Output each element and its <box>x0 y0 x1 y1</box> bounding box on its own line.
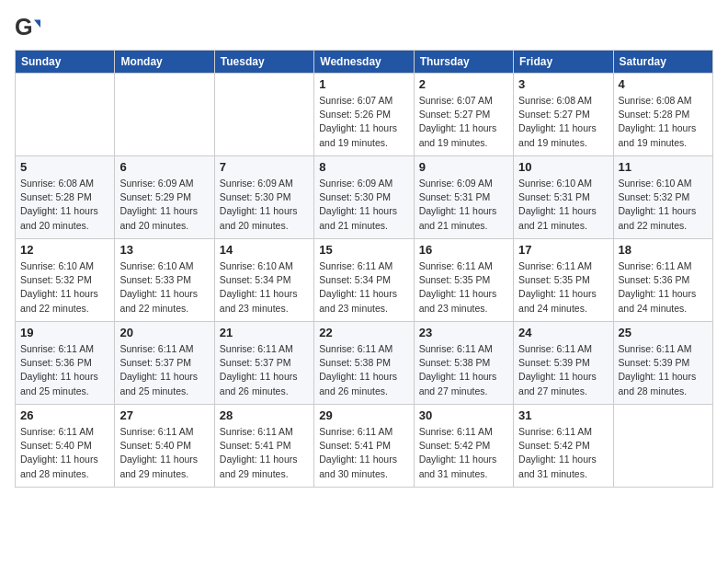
day-number: 14 <box>220 243 309 257</box>
day-number: 30 <box>419 408 508 422</box>
day-number: 24 <box>518 326 608 339</box>
day-number: 20 <box>119 326 209 339</box>
calendar-cell: 6 Sunrise: 6:09 AMSunset: 5:29 PMDayligh… <box>115 156 214 239</box>
day-info: Sunrise: 6:11 AMSunset: 5:38 PMDaylight:… <box>419 342 508 398</box>
calendar-cell: 2 Sunrise: 6:07 AMSunset: 5:27 PMDayligh… <box>414 74 513 156</box>
day-info: Sunrise: 6:11 AMSunset: 5:37 PMDaylight:… <box>220 342 309 398</box>
calendar-cell: 14 Sunrise: 6:10 AMSunset: 5:34 PMDaylig… <box>214 239 313 322</box>
day-number: 4 <box>619 77 708 91</box>
day-info: Sunrise: 6:10 AMSunset: 5:34 PMDaylight:… <box>220 259 309 316</box>
day-info: Sunrise: 6:11 AMSunset: 5:37 PMDaylight:… <box>119 342 209 398</box>
calendar-cell <box>16 74 115 156</box>
day-number: 26 <box>20 408 109 422</box>
day-number: 11 <box>619 160 708 174</box>
svg-text:G: G <box>15 15 33 40</box>
calendar-cell: 24 Sunrise: 6:11 AMSunset: 5:39 PMDaylig… <box>514 322 613 405</box>
day-number: 25 <box>619 326 708 339</box>
calendar-header-thursday: Thursday <box>414 51 513 74</box>
day-number: 15 <box>319 243 408 257</box>
day-info: Sunrise: 6:11 AMSunset: 5:42 PMDaylight:… <box>419 425 508 481</box>
day-number: 8 <box>319 160 408 174</box>
day-info: Sunrise: 6:10 AMSunset: 5:31 PMDaylight:… <box>518 177 608 233</box>
calendar-cell: 18 Sunrise: 6:11 AMSunset: 5:36 PMDaylig… <box>613 239 712 322</box>
calendar-cell <box>214 74 313 156</box>
day-info: Sunrise: 6:07 AMSunset: 5:27 PMDaylight:… <box>419 94 508 150</box>
calendar-header-sunday: Sunday <box>16 51 115 74</box>
day-number: 9 <box>419 160 508 174</box>
day-number: 12 <box>20 243 109 257</box>
day-number: 7 <box>220 160 309 174</box>
day-number: 16 <box>419 243 508 257</box>
day-info: Sunrise: 6:11 AMSunset: 5:40 PMDaylight:… <box>119 425 209 481</box>
calendar-cell: 4 Sunrise: 6:08 AMSunset: 5:28 PMDayligh… <box>613 74 712 156</box>
day-info: Sunrise: 6:11 AMSunset: 5:36 PMDaylight:… <box>619 259 708 316</box>
calendar-cell: 30 Sunrise: 6:11 AMSunset: 5:42 PMDaylig… <box>414 405 513 488</box>
day-number: 10 <box>518 160 608 174</box>
calendar-week-row: 5 Sunrise: 6:08 AMSunset: 5:28 PMDayligh… <box>16 156 713 239</box>
calendar-cell: 3 Sunrise: 6:08 AMSunset: 5:27 PMDayligh… <box>514 74 613 156</box>
day-info: Sunrise: 6:09 AMSunset: 5:30 PMDaylight:… <box>319 177 408 233</box>
calendar-header-friday: Friday <box>514 51 613 74</box>
day-number: 2 <box>419 77 508 91</box>
day-number: 19 <box>20 326 109 339</box>
calendar-cell: 26 Sunrise: 6:11 AMSunset: 5:40 PMDaylig… <box>16 405 115 488</box>
calendar-week-row: 12 Sunrise: 6:10 AMSunset: 5:32 PMDaylig… <box>16 239 713 322</box>
day-number: 13 <box>119 243 209 257</box>
calendar-cell: 28 Sunrise: 6:11 AMSunset: 5:41 PMDaylig… <box>214 405 313 488</box>
day-info: Sunrise: 6:11 AMSunset: 5:38 PMDaylight:… <box>319 342 408 398</box>
day-info: Sunrise: 6:11 AMSunset: 5:39 PMDaylight:… <box>518 342 608 398</box>
calendar-cell: 31 Sunrise: 6:11 AMSunset: 5:42 PMDaylig… <box>514 405 613 488</box>
day-number: 18 <box>619 243 708 257</box>
day-info: Sunrise: 6:10 AMSunset: 5:33 PMDaylight:… <box>119 259 209 316</box>
calendar-cell: 13 Sunrise: 6:10 AMSunset: 5:33 PMDaylig… <box>115 239 214 322</box>
calendar-cell: 10 Sunrise: 6:10 AMSunset: 5:31 PMDaylig… <box>514 156 613 239</box>
calendar-cell: 11 Sunrise: 6:10 AMSunset: 5:32 PMDaylig… <box>613 156 712 239</box>
calendar-cell: 20 Sunrise: 6:11 AMSunset: 5:37 PMDaylig… <box>115 322 214 405</box>
calendar-cell: 9 Sunrise: 6:09 AMSunset: 5:31 PMDayligh… <box>414 156 513 239</box>
calendar-cell: 23 Sunrise: 6:11 AMSunset: 5:38 PMDaylig… <box>414 322 513 405</box>
calendar-cell: 8 Sunrise: 6:09 AMSunset: 5:30 PMDayligh… <box>314 156 414 239</box>
day-info: Sunrise: 6:11 AMSunset: 5:35 PMDaylight:… <box>419 259 508 316</box>
day-info: Sunrise: 6:08 AMSunset: 5:28 PMDaylight:… <box>20 177 109 233</box>
calendar-week-row: 26 Sunrise: 6:11 AMSunset: 5:40 PMDaylig… <box>16 405 713 488</box>
day-number: 3 <box>518 77 608 91</box>
day-number: 5 <box>20 160 109 174</box>
day-info: Sunrise: 6:11 AMSunset: 5:34 PMDaylight:… <box>319 259 408 316</box>
day-info: Sunrise: 6:11 AMSunset: 5:39 PMDaylight:… <box>619 342 708 398</box>
calendar-cell: 29 Sunrise: 6:11 AMSunset: 5:41 PMDaylig… <box>314 405 414 488</box>
calendar-header-row: SundayMondayTuesdayWednesdayThursdayFrid… <box>16 51 713 74</box>
calendar-cell: 25 Sunrise: 6:11 AMSunset: 5:39 PMDaylig… <box>613 322 712 405</box>
day-number: 21 <box>220 326 309 339</box>
calendar-cell: 1 Sunrise: 6:07 AMSunset: 5:26 PMDayligh… <box>314 74 414 156</box>
day-info: Sunrise: 6:08 AMSunset: 5:28 PMDaylight:… <box>619 94 708 150</box>
calendar-header-saturday: Saturday <box>613 51 712 74</box>
calendar-cell: 19 Sunrise: 6:11 AMSunset: 5:36 PMDaylig… <box>16 322 115 405</box>
day-info: Sunrise: 6:11 AMSunset: 5:35 PMDaylight:… <box>518 259 608 316</box>
calendar-cell: 16 Sunrise: 6:11 AMSunset: 5:35 PMDaylig… <box>414 239 513 322</box>
day-number: 27 <box>119 408 209 422</box>
calendar-cell: 22 Sunrise: 6:11 AMSunset: 5:38 PMDaylig… <box>314 322 414 405</box>
day-info: Sunrise: 6:11 AMSunset: 5:36 PMDaylight:… <box>20 342 109 398</box>
page-header: G <box>15 15 713 40</box>
day-info: Sunrise: 6:11 AMSunset: 5:40 PMDaylight:… <box>20 425 109 481</box>
svg-marker-1 <box>34 20 40 28</box>
calendar-cell <box>115 74 214 156</box>
calendar-header-tuesday: Tuesday <box>214 51 313 74</box>
calendar-cell: 5 Sunrise: 6:08 AMSunset: 5:28 PMDayligh… <box>16 156 115 239</box>
day-info: Sunrise: 6:09 AMSunset: 5:30 PMDaylight:… <box>220 177 309 233</box>
day-number: 23 <box>419 326 508 339</box>
day-info: Sunrise: 6:11 AMSunset: 5:41 PMDaylight:… <box>319 425 408 481</box>
day-info: Sunrise: 6:09 AMSunset: 5:31 PMDaylight:… <box>419 177 508 233</box>
calendar-cell: 21 Sunrise: 6:11 AMSunset: 5:37 PMDaylig… <box>214 322 313 405</box>
calendar-header-monday: Monday <box>115 51 214 74</box>
calendar-cell <box>613 405 712 488</box>
day-number: 29 <box>319 408 408 422</box>
logo: G <box>15 15 42 40</box>
calendar-header-wednesday: Wednesday <box>314 51 414 74</box>
day-info: Sunrise: 6:10 AMSunset: 5:32 PMDaylight:… <box>20 259 109 316</box>
calendar-cell: 17 Sunrise: 6:11 AMSunset: 5:35 PMDaylig… <box>514 239 613 322</box>
day-info: Sunrise: 6:07 AMSunset: 5:26 PMDaylight:… <box>319 94 408 150</box>
day-info: Sunrise: 6:08 AMSunset: 5:27 PMDaylight:… <box>518 94 608 150</box>
day-info: Sunrise: 6:11 AMSunset: 5:41 PMDaylight:… <box>220 425 309 481</box>
day-number: 6 <box>119 160 209 174</box>
